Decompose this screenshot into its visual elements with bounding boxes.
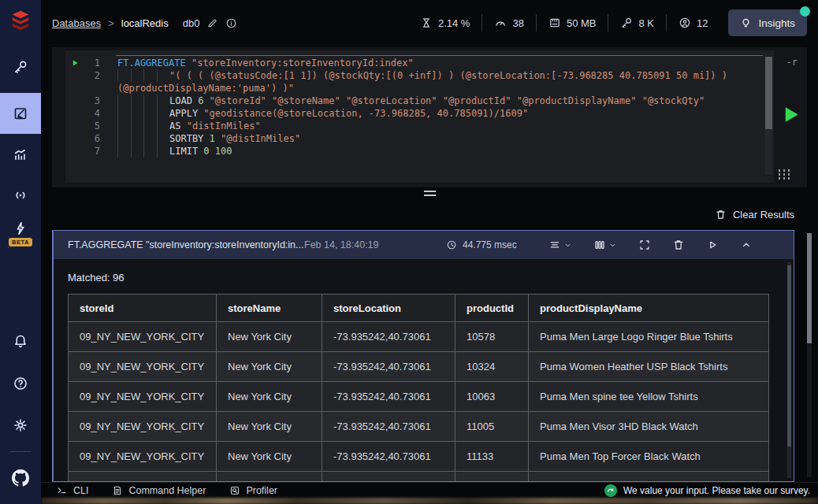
- table-row: 09_NY_NEW_YORK_CITYNew York City-73.9352…: [69, 322, 769, 352]
- lightning-icon: [13, 220, 28, 236]
- code-line: 1FT.AGGREGATE "storeInventory:storeInven…: [65, 57, 774, 69]
- view-mode-selector[interactable]: [548, 239, 572, 251]
- fullscreen-icon[interactable]: [638, 239, 651, 251]
- sidebar-item-pubsub[interactable]: [0, 175, 41, 216]
- run-slot: [65, 132, 84, 145]
- table-cell: 11005: [455, 412, 529, 442]
- stat-divider: [482, 14, 482, 32]
- indent-guide: [117, 145, 131, 158]
- rerun-query-icon[interactable]: [706, 239, 719, 251]
- code-line-text: LIMIT 0 100: [100, 145, 232, 158]
- delete-result-icon[interactable]: [672, 239, 685, 251]
- left-sidebar: BETA: [0, 0, 41, 504]
- survey-banner[interactable]: We value your input. Please take our sur…: [604, 484, 818, 497]
- table-header-cell-storeName: storeName: [217, 295, 322, 322]
- text-view-icon: [548, 239, 561, 251]
- analytics-icon: [13, 146, 28, 162]
- table-cell: New York City: [217, 352, 322, 382]
- run-slot: [65, 82, 84, 94]
- bottom-bar-item-command-helper[interactable]: Command Helper: [112, 485, 206, 496]
- panel-resize-divider[interactable]: [41, 187, 818, 198]
- results-panel-scrollbar[interactable]: [807, 233, 812, 477]
- table-cell: 09_NY_NEW_YORK_CITY: [69, 322, 217, 352]
- indent-guide: [157, 132, 170, 145]
- bottom-bar-item-cli[interactable]: CLI: [57, 485, 88, 496]
- db-info-icon[interactable]: [225, 17, 237, 29]
- result-card-header[interactable]: FT.AGGREGATE "storeInventory:storeInvent…: [54, 231, 794, 259]
- edit-db-alias-pencil-icon[interactable]: [206, 17, 218, 29]
- results-panel-scrollbar-thumb[interactable]: [807, 233, 812, 343]
- trash-icon: [715, 209, 727, 220]
- table-header-cell-storeLocation: storeLocation: [322, 295, 455, 322]
- code-line: 7LIMIT 0 100: [65, 145, 774, 158]
- code-segment: [186, 57, 191, 69]
- table-cell: 09_NY_NEW_YORK_CITY: [69, 382, 217, 412]
- table-row: 09_NY_NEW_YORK_CITYNew York City-73.9352…: [69, 382, 769, 412]
- card-scrollbar-thumb[interactable]: [787, 265, 791, 447]
- gear-icon: [13, 417, 28, 433]
- editor-scrollbar-thumb[interactable]: [765, 57, 772, 129]
- code-line-text: FT.AGGREGATE "storeInventory:storeInvent…: [100, 57, 414, 69]
- table-cell: [322, 472, 455, 483]
- table-view-selector[interactable]: [593, 239, 617, 251]
- db-index-badge: db0: [183, 17, 200, 29]
- sidebar-item-workbench[interactable]: [0, 93, 41, 134]
- stat-cpu-usage: 2.14 %: [420, 17, 470, 29]
- editor-scrollbar[interactable]: [765, 57, 772, 175]
- code-line: (@productDisplayName:'puma') )": [65, 82, 774, 94]
- clear-results-button[interactable]: Clear Results: [41, 198, 818, 230]
- bottom-bar-item-profiler[interactable]: Profiler: [229, 485, 277, 496]
- run-slot: [65, 94, 84, 107]
- table-cell: [69, 472, 217, 483]
- matched-count: Matched: 96: [68, 272, 794, 284]
- collapse-result-icon[interactable]: [740, 239, 753, 251]
- run-slot: [65, 57, 84, 69]
- table-cell: New York City: [217, 382, 322, 412]
- indent-guide: [131, 107, 144, 120]
- code-segment: APPLY: [169, 107, 203, 120]
- sidebar-item-analytics[interactable]: [0, 134, 41, 175]
- sidebar-item-browser[interactable]: [0, 46, 41, 87]
- table-cell: Puma Men Top Forcer Black Watch: [529, 442, 769, 472]
- stat-connected-clients: 12: [679, 17, 708, 29]
- bulb-icon: [740, 17, 752, 29]
- indent-guide: [117, 107, 131, 120]
- line-number: 5: [84, 120, 100, 132]
- sidebar-item-help[interactable]: [0, 363, 41, 404]
- table-cell: [529, 472, 769, 483]
- editor-resize-dots-handle[interactable]: [777, 169, 792, 180]
- code-line-text: SORTBY 1 "@distInMiles": [100, 132, 300, 145]
- insights-label: Insights: [758, 17, 795, 29]
- run-line-icon[interactable]: [71, 59, 79, 67]
- result-card: FT.AGGREGATE "storeInventory:storeInvent…: [52, 230, 794, 482]
- table-header-row: storeIdstoreNamestoreLocationproductIdpr…: [69, 295, 769, 322]
- indent-guide: [157, 120, 170, 132]
- table-row: 09_NY_NEW_YORK_CITYNew York City-73.9352…: [69, 442, 769, 472]
- result-timestamp: Feb 14, 18:40:19: [304, 239, 422, 250]
- card-scrollbar[interactable]: [787, 262, 791, 478]
- result-card-body: Matched: 96 storeIdstoreNamestoreLocatio…: [54, 259, 794, 482]
- sidebar-item-github[interactable]: [0, 458, 41, 498]
- sidebar-item-triggers[interactable]: BETA: [0, 213, 41, 254]
- code-line-text: (@productDisplayName:'puma') )": [100, 82, 294, 94]
- table-header-cell-storeId: storeId: [69, 295, 217, 322]
- query-code-editor[interactable]: 1FT.AGGREGATE "storeInventory:storeInven…: [65, 50, 774, 183]
- breadcrumb-databases-link[interactable]: Databases: [52, 17, 101, 29]
- table-cell: 11133: [455, 442, 529, 472]
- indent-guide: [117, 120, 131, 132]
- clear-results-label: Clear Results: [733, 209, 794, 220]
- redis-logo[interactable]: [0, 0, 41, 41]
- indent-guide: [157, 107, 170, 120]
- sidebar-item-notifications[interactable]: [0, 321, 41, 361]
- sidebar-item-settings[interactable]: [0, 405, 41, 446]
- code-segment: "distInMiles": [187, 120, 261, 132]
- table-row: 09_NY_NEW_YORK_CITYNew York City-73.9352…: [69, 412, 769, 442]
- run-query-button[interactable]: [780, 104, 801, 125]
- indent-guide: [131, 94, 144, 107]
- stat-commands-per-second-value: 38: [512, 17, 523, 29]
- table-cell: 09_NY_NEW_YORK_CITY: [69, 442, 217, 472]
- insights-button[interactable]: Insights: [728, 9, 807, 36]
- divider-handle[interactable]: [424, 191, 436, 196]
- background-strip: [41, 498, 818, 504]
- code-line: 6SORTBY 1 "@distInMiles": [65, 132, 774, 145]
